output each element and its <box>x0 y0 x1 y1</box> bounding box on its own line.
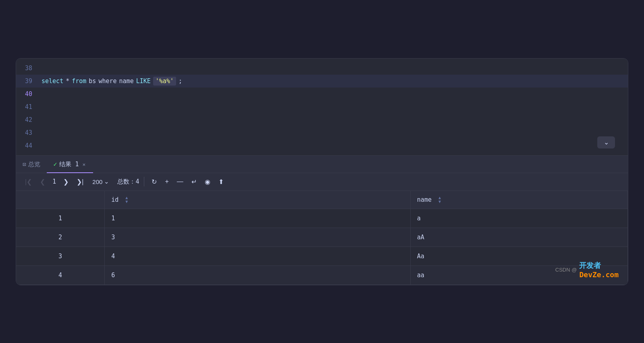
table-row[interactable]: 11a <box>16 209 628 228</box>
code-lines: 38 39 select * from bs where name LIKE '… <box>16 59 628 155</box>
table-row[interactable]: 46aa <box>16 266 628 284</box>
first-page-button[interactable]: |❮ <box>23 176 34 187</box>
add-row-button[interactable]: + <box>162 176 171 187</box>
next-page-button[interactable]: ❯ <box>61 176 71 187</box>
line-content-39: select * from bs where name LIKE '%a%'; <box>40 77 183 86</box>
visibility-button[interactable]: ◉ <box>202 176 213 187</box>
watermark-brand-orange: DevZe.com <box>579 270 619 279</box>
export-button[interactable]: ⬆ <box>216 176 226 187</box>
cell-id: 3 <box>105 228 411 247</box>
results-toolbar: |❮ ❮ 1 ❯ ❯| 200 ⌄ 总数：4 ↻ + — ↵ ◉ ⬆ <box>16 173 628 191</box>
line-number-41: 41 <box>16 103 40 111</box>
token-from: from <box>72 77 86 85</box>
watermark-brand-blue: 开发者 <box>579 261 601 270</box>
token-string: '%a%' <box>153 77 176 86</box>
rows-per-page-select[interactable]: 200 ⌄ <box>89 176 112 187</box>
check-icon: ✓ <box>53 161 57 168</box>
code-line-41: 41 <box>16 100 628 113</box>
cell-rownum: 2 <box>16 228 105 247</box>
table-row[interactable]: 34Aa <box>16 247 628 266</box>
token-semi: ; <box>179 77 182 85</box>
total-count-label: 总数：4 <box>117 178 139 186</box>
results-table-container: id ▲▼ name ▲▼ 11a23aA34Aa46aa <box>16 191 628 285</box>
tab-result1-label: 结果 1 <box>59 161 79 168</box>
page-number-display: 1 <box>51 178 58 185</box>
token-star: * <box>66 77 69 85</box>
line-number-38: 38 <box>16 65 40 72</box>
line-number-40: 40 <box>16 90 40 98</box>
table-body: 11a23aA34Aa46aa <box>16 209 628 284</box>
toolbar-divider <box>144 177 144 186</box>
cell-rownum: 1 <box>16 209 105 228</box>
cell-id: 6 <box>105 266 411 284</box>
watermark: CSDN @ 开发者 DevZe.com <box>555 261 619 279</box>
code-line-40: 40 <box>16 88 628 100</box>
col-id-sort-icon: ▲▼ <box>125 196 128 204</box>
revert-button[interactable]: ↵ <box>189 176 199 187</box>
col-header-rownum[interactable] <box>16 191 105 209</box>
table-row[interactable]: 23aA <box>16 228 628 247</box>
col-id-label: id <box>111 196 118 203</box>
cell-rownum: 3 <box>16 247 105 266</box>
line-number-43: 43 <box>16 129 40 136</box>
tab-result1[interactable]: ✓ 结果 1 × <box>47 157 93 173</box>
code-line-43: 43 <box>16 126 628 139</box>
token-like: LIKE <box>136 77 151 85</box>
token-where: where <box>98 77 116 85</box>
line-number-44: 44 <box>16 142 40 149</box>
cell-rownum: 4 <box>16 266 105 284</box>
prev-page-button[interactable]: ❮ <box>37 176 48 187</box>
tab-close-button[interactable]: × <box>81 161 87 168</box>
col-name-label: name <box>417 196 432 203</box>
watermark-csdn: CSDN @ <box>555 267 577 273</box>
cell-name: a <box>410 209 627 228</box>
watermark-brand: 开发者 DevZe.com <box>579 261 619 279</box>
cell-id: 4 <box>105 247 411 266</box>
tabs-bar: ⊡ 总览 ✓ 结果 1 × <box>16 156 628 173</box>
code-line-44: 44 ⌄ <box>16 139 628 152</box>
last-page-button[interactable]: ❯| <box>74 176 86 187</box>
cell-id: 1 <box>105 209 411 228</box>
token-column: name <box>119 77 134 85</box>
rows-per-page-value: 200 <box>92 178 102 185</box>
code-line-39: 39 select * from bs where name LIKE '%a%… <box>16 75 628 88</box>
remove-row-button[interactable]: — <box>175 176 186 187</box>
chevron-down-button[interactable]: ⌄ <box>597 136 615 148</box>
tab-overview[interactable]: ⊡ 总览 <box>16 157 47 173</box>
results-table: id ▲▼ name ▲▼ 11a23aA34Aa46aa <box>16 191 628 285</box>
refresh-button[interactable]: ↻ <box>149 176 159 187</box>
code-line-38: 38 <box>16 62 628 75</box>
col-header-name[interactable]: name ▲▼ <box>410 191 627 209</box>
code-editor[interactable]: 38 39 select * from bs where name LIKE '… <box>16 59 628 156</box>
dropdown-arrow-icon: ⌄ <box>104 178 109 185</box>
current-page: 1 <box>52 178 56 185</box>
overview-icon: ⊡ <box>23 161 26 167</box>
line-number-42: 42 <box>16 116 40 123</box>
line-number-39: 39 <box>16 77 40 85</box>
table-header-row: id ▲▼ name ▲▼ <box>16 191 628 209</box>
cell-name: aA <box>410 228 627 247</box>
token-select: select <box>42 77 63 85</box>
col-name-sort-icon: ▲▼ <box>438 196 441 204</box>
code-line-42: 42 <box>16 113 628 126</box>
token-table: bs <box>89 77 96 85</box>
tab-overview-label: 总览 <box>28 161 40 168</box>
col-header-id[interactable]: id ▲▼ <box>105 191 411 209</box>
